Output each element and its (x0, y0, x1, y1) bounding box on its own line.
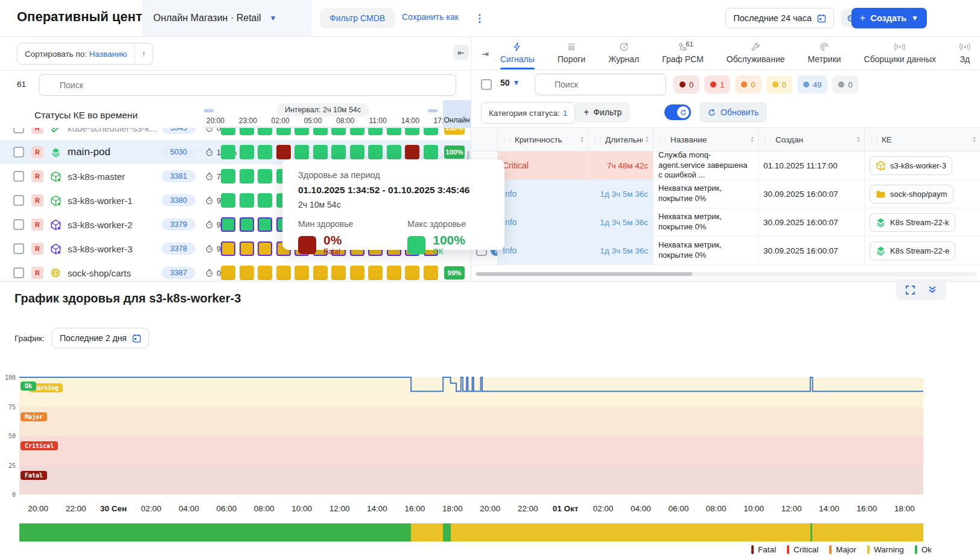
sort-control[interactable]: Сортировать по: Названию ↑ (17, 43, 153, 65)
page-size-select[interactable]: 50 ▼ (500, 78, 520, 88)
refresh-button[interactable]: Обновить (699, 102, 767, 123)
ke-link[interactable]: K8s Stream-22-e (870, 241, 955, 260)
expand-right-panel-button[interactable]: ⇥ (477, 46, 493, 62)
sort-icon[interactable]: ▲▼ (972, 136, 976, 143)
ke-id-badge[interactable]: 3380 (162, 194, 196, 206)
status-square-fatal[interactable] (276, 145, 291, 159)
column-header-название[interactable]: ⋮⋮Название▲▼ (654, 127, 759, 152)
status-square-warning[interactable] (221, 266, 235, 280)
signals-search-input[interactable] (535, 74, 666, 95)
ke-id-badge[interactable]: 3381 (162, 170, 196, 182)
status-square-ok[interactable] (350, 145, 364, 159)
status-square-ok[interactable] (221, 169, 235, 184)
severity-counter[interactable]: 0 (766, 75, 792, 94)
status-square-warning[interactable] (276, 266, 291, 280)
status-square-warning[interactable] (240, 266, 254, 280)
tab-зд[interactable]: Зд (959, 42, 971, 69)
ke-link[interactable]: sock-shop/paym (870, 185, 953, 203)
kebab-menu-icon[interactable]: ⋮ (474, 12, 485, 25)
status-square-warning[interactable] (313, 266, 328, 280)
ke-id-badge[interactable]: 5030 (162, 146, 196, 158)
severity-counter[interactable]: 1 (704, 75, 730, 94)
tab-граф-рсм[interactable]: 61Граф РСМ (662, 42, 704, 69)
ke-id-badge[interactable]: 3379 (162, 219, 196, 231)
row-checkbox[interactable] (13, 195, 24, 206)
sort-icon[interactable]: ▲▼ (580, 136, 584, 143)
status-square-ok[interactable] (240, 193, 254, 208)
tab-сигналы[interactable]: Сигналы (500, 42, 535, 69)
status-square-ok[interactable] (294, 145, 309, 159)
status-square-ok[interactable] (258, 145, 272, 159)
status-square-ok[interactable] (221, 217, 235, 232)
drag-handle-icon[interactable]: ⋮⋮ (501, 136, 512, 143)
auto-refresh-toggle[interactable] (664, 104, 691, 120)
ke-row[interactable]: Rsock-shop/carts33870%99% (0, 261, 471, 281)
status-square-ok[interactable] (313, 145, 328, 159)
ke-id-badge[interactable]: 3387 (162, 267, 196, 279)
tab-журнал[interactable]: Журнал (608, 42, 639, 69)
filter-cmdb-button[interactable]: Фильтр CMDB (320, 8, 395, 28)
tab-сборщики-данных[interactable]: Сборщики данных (864, 42, 936, 69)
status-square-warning[interactable] (221, 241, 235, 256)
severity-counter[interactable]: 0 (832, 75, 858, 94)
create-button[interactable]: + Создать ▼ (851, 8, 927, 28)
row-checkbox[interactable] (13, 219, 24, 230)
status-square-ok[interactable] (331, 145, 346, 159)
status-square-warning[interactable] (258, 241, 272, 256)
drag-handle-icon[interactable]: ⋮⋮ (868, 136, 879, 143)
status-square-warning[interactable] (368, 266, 383, 280)
collapse-left-panel-button[interactable]: ⇤ (453, 45, 469, 60)
status-square-ok[interactable] (221, 193, 235, 208)
sort-icon[interactable]: ▲▼ (856, 136, 861, 143)
column-header-создан[interactable]: ⋮⋮Создан▲▼ (759, 127, 865, 152)
ke-link[interactable]: K8s Stream-22-k (870, 213, 955, 232)
sort-icon[interactable]: ▲▼ (750, 136, 754, 143)
status-square-ok[interactable] (368, 145, 383, 159)
status-square-warning[interactable] (424, 266, 438, 280)
row-checkbox[interactable] (13, 267, 24, 278)
severity-counter[interactable]: 49 (797, 75, 827, 94)
chart-range-picker[interactable]: Последние 2 дня (52, 328, 149, 348)
status-square-ok[interactable] (221, 145, 235, 159)
column-header-длительность[interactable]: ⋮⋮Длительность▲▼ (588, 127, 654, 152)
status-category-filter[interactable]: Категория статуса: 1 (481, 102, 575, 124)
status-square-ok[interactable] (387, 145, 401, 159)
status-square-fatal[interactable] (405, 145, 419, 159)
drag-handle-icon[interactable]: ⋮⋮ (762, 136, 773, 143)
tab-обслуживание[interactable]: Обслуживание (727, 42, 785, 69)
tab-пороги[interactable]: Пороги (558, 42, 585, 69)
timeline-scroll-right-icon[interactable]: »»» (427, 106, 437, 115)
sort-direction-button[interactable]: ↑ (135, 43, 153, 64)
status-square-ok[interactable] (240, 145, 254, 159)
collapse-section-icon[interactable] (928, 286, 937, 294)
status-square-warning[interactable] (240, 241, 254, 256)
tab-метрики[interactable]: Метрики (808, 42, 841, 69)
fullscreen-icon[interactable] (906, 286, 915, 295)
severity-counter[interactable]: 0 (673, 75, 699, 94)
save-as-button[interactable]: Сохранить как (398, 11, 462, 22)
severity-counter[interactable]: 0 (735, 75, 761, 94)
status-square-ok[interactable] (258, 193, 272, 208)
status-square-ok[interactable] (240, 169, 254, 184)
status-square-ok[interactable] (424, 145, 438, 159)
project-selector[interactable]: Онлайн Магазин · Retail ▼ (142, 0, 311, 36)
column-header-критичность[interactable]: ⋮⋮Критичность▲▼ (498, 127, 588, 152)
sort-icon[interactable]: ▲▼ (645, 136, 649, 143)
status-square-warning[interactable] (387, 266, 401, 280)
status-square-ok[interactable] (240, 217, 254, 232)
status-square-warning[interactable] (350, 266, 364, 280)
status-square-warning[interactable] (294, 266, 309, 280)
row-checkbox[interactable] (13, 147, 24, 158)
select-all-checkbox[interactable] (481, 79, 492, 90)
ke-search-input[interactable] (39, 74, 456, 96)
status-square-warning[interactable] (405, 266, 419, 280)
row-checkbox[interactable] (13, 243, 24, 254)
add-filter-button[interactable]: + Фильтр (575, 102, 630, 123)
row-checkbox[interactable] (13, 171, 24, 182)
status-square-ok[interactable] (258, 217, 272, 232)
status-square-warning[interactable] (331, 266, 346, 280)
drag-handle-icon[interactable]: ⋮⋮ (592, 136, 603, 143)
drag-handle-icon[interactable]: ⋮⋮ (657, 136, 668, 143)
table-row[interactable]: iInfo1д 3ч 5м 36сНехватка метрик, покрыт… (471, 208, 980, 237)
table-row[interactable]: iInfo1д 3ч 5м 36сНехватка метрик, покрыт… (471, 237, 980, 265)
